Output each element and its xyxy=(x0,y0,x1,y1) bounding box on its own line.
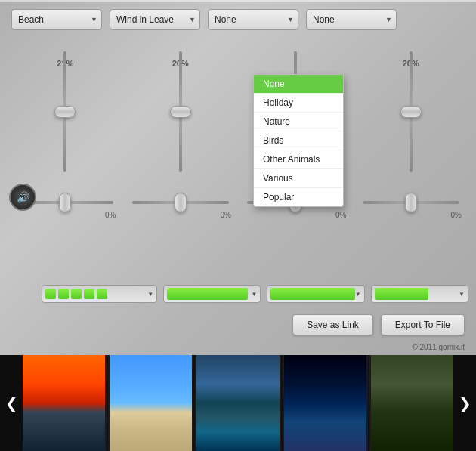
bar-3[interactable]: ▼ xyxy=(267,285,364,303)
bottom-bars-row: ▼ ▼ ▼ ▼ xyxy=(0,279,476,310)
dropdown-item-other-animals[interactable]: Other Animals xyxy=(254,150,343,169)
filmstrip: ❮ ❯ xyxy=(0,355,476,451)
filmstrip-thumb-1[interactable] xyxy=(23,355,105,451)
dropdown-overlay: None Holiday Nature Birds Other Animals … xyxy=(253,74,344,207)
filmstrip-separator-1 xyxy=(107,355,108,451)
filmstrip-separator-4 xyxy=(368,355,369,451)
fader-knob-2[interactable] xyxy=(170,106,191,118)
dropdown3-wrapper[interactable]: None xyxy=(208,9,298,30)
filmstrip-images xyxy=(23,355,453,451)
save-link-button[interactable]: Save as Link xyxy=(292,314,373,335)
filmstrip-thumb-3[interactable] xyxy=(196,355,279,451)
dropdown1-select[interactable]: Beach xyxy=(11,9,102,30)
h-slider-container-2: 0% xyxy=(127,187,235,218)
fader-track-4 xyxy=(410,51,413,172)
channel-2: 20% 0% xyxy=(123,36,239,279)
dropdown-item-birds[interactable]: Birds xyxy=(254,131,343,150)
channel-1: 21% 0% xyxy=(8,36,123,279)
filmstrip-thumb-4[interactable] xyxy=(284,355,366,451)
channels-area: 21% 0% 20% xyxy=(0,36,476,279)
h-slider-pct-4: 0% xyxy=(451,211,462,219)
h-slider-container-4: 0% xyxy=(357,187,465,218)
fader-track-container-2: 20% xyxy=(127,36,235,187)
speaker-icon[interactable]: 🔊 xyxy=(9,184,36,211)
fader-track-container-1: 21% xyxy=(11,36,119,187)
fader-track-1 xyxy=(63,51,66,172)
dropdown-item-popular[interactable]: Popular xyxy=(254,188,343,206)
h-slider-pct-3: 0% xyxy=(335,211,346,219)
bar-4[interactable]: ▼ xyxy=(371,285,468,303)
buttons-row: Save as Link Export To File xyxy=(0,310,476,341)
fader-track-container-4: 20% xyxy=(357,36,465,187)
h-slider-track-4 xyxy=(363,201,459,204)
filmstrip-separator-2 xyxy=(193,355,195,451)
fader-track-2 xyxy=(179,51,182,172)
dropdown-item-none[interactable]: None xyxy=(254,75,343,94)
main-panel: Beach Wind in Leave None None 21% xyxy=(0,0,476,355)
filmstrip-separator-3 xyxy=(281,355,283,451)
filmstrip-thumb-2[interactable] xyxy=(110,355,192,451)
bar-2[interactable]: ▼ xyxy=(163,285,261,303)
h-slider-pct-1: 0% xyxy=(105,211,116,219)
h-slider-knob-2[interactable] xyxy=(175,193,187,212)
bar-1[interactable]: ▼ xyxy=(42,285,157,303)
dropdown-item-nature[interactable]: Nature xyxy=(254,113,343,131)
h-slider-knob-1[interactable] xyxy=(59,193,71,212)
filmstrip-prev-button[interactable]: ❮ xyxy=(0,355,23,451)
dropdown1-wrapper[interactable]: Beach xyxy=(11,9,102,30)
h-slider-knob-4[interactable] xyxy=(405,193,417,212)
top-row: Beach Wind in Leave None None xyxy=(0,0,476,36)
h-slider-track-2 xyxy=(132,201,229,204)
dropdown2-select[interactable]: Wind in Leave xyxy=(110,9,200,30)
filmstrip-thumb-5[interactable] xyxy=(371,355,453,451)
fader-knob-1[interactable] xyxy=(54,106,76,118)
channel-4: 20% 0% xyxy=(354,36,469,279)
export-file-button[interactable]: Export To File xyxy=(381,314,465,335)
dropdown4-select[interactable]: None xyxy=(306,9,397,30)
fader-knob-4[interactable] xyxy=(400,106,422,118)
dropdown3-select[interactable]: None xyxy=(208,9,298,30)
dropdown2-wrapper[interactable]: Wind in Leave xyxy=(110,9,200,30)
dropdown-item-various[interactable]: Various xyxy=(254,169,343,188)
dropdown4-wrapper[interactable]: None xyxy=(306,9,397,30)
h-slider-pct-2: 0% xyxy=(221,211,231,219)
copyright-text: © 2011 gomix.it xyxy=(0,341,476,355)
filmstrip-next-button[interactable]: ❯ xyxy=(453,355,476,451)
dropdown-item-holiday[interactable]: Holiday xyxy=(254,94,343,113)
